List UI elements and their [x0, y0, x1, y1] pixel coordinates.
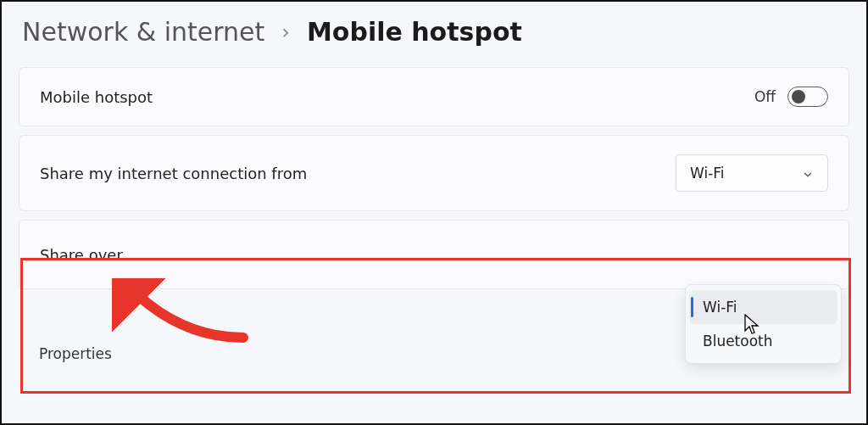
- dropdown-item-label: Bluetooth: [703, 333, 773, 350]
- share-from-label: Share my internet connection from: [40, 165, 307, 182]
- mobile-hotspot-toggle[interactable]: [787, 87, 828, 107]
- share-from-select[interactable]: Wi-Fi: [676, 154, 828, 192]
- dropdown-item-label: Wi-Fi: [703, 299, 737, 316]
- card-share-over: Share over: [19, 220, 849, 289]
- chevron-right-icon: ›: [281, 20, 290, 44]
- share-over-dropdown: Wi-Fi Bluetooth: [685, 284, 842, 364]
- card-mobile-hotspot: Mobile hotspot Off: [19, 67, 849, 126]
- dropdown-item-bluetooth[interactable]: Bluetooth: [689, 324, 837, 358]
- breadcrumb-current: Mobile hotspot: [307, 17, 522, 47]
- card-share-from: Share my internet connection from Wi-Fi: [19, 135, 849, 211]
- mobile-hotspot-label: Mobile hotspot: [40, 88, 153, 106]
- share-over-label: Share over: [40, 246, 123, 264]
- breadcrumb-parent[interactable]: Network & internet: [22, 17, 264, 47]
- share-from-selected: Wi-Fi: [690, 165, 725, 182]
- chevron-down-icon: [802, 167, 814, 179]
- toggle-knob: [792, 90, 805, 103]
- breadcrumb: Network & internet › Mobile hotspot: [2, 2, 866, 67]
- properties-label: Properties: [39, 345, 112, 362]
- dropdown-item-wifi[interactable]: Wi-Fi: [689, 290, 837, 324]
- toggle-state-text: Off: [754, 88, 776, 105]
